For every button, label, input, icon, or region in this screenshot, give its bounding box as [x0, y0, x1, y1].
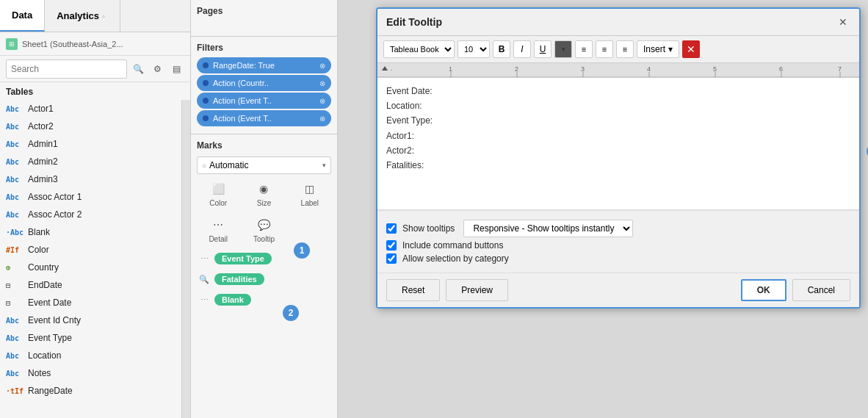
field-list-container: AbcActor1AbcActor2AbcAdmin1AbcAdmin2AbcA…	[0, 100, 190, 418]
search-input[interactable]	[6, 60, 127, 79]
filter-remove-icon[interactable]: ⊗	[319, 79, 325, 87]
field-type-icon: ⊟	[6, 281, 23, 289]
filter-label: RangeDate: True	[213, 61, 275, 70]
filter-remove-icon[interactable]: ⊗	[319, 62, 325, 70]
edit-tooltip-dialog: Edit Tooltip ✕ Tableau Book 10 B I U ▾ ≡…	[376, 7, 861, 309]
filter-remove-icon[interactable]: ⊗	[319, 115, 325, 123]
font-select[interactable]: Tableau Book	[383, 40, 455, 58]
fatalities-pill[interactable]: Fatalities	[214, 273, 264, 285]
field-item[interactable]: AbcNotes	[0, 364, 181, 382]
mark-control-color[interactable]: ⬜ Color	[197, 177, 239, 210]
svg-text:7: 7	[838, 65, 842, 73]
include-command-label[interactable]: Include command buttons	[402, 240, 503, 251]
grid-icon[interactable]: ▤	[168, 61, 184, 77]
italic-button[interactable]: I	[513, 40, 531, 58]
filter-chip[interactable]: Action (Event T..⊗	[197, 110, 331, 126]
field-item[interactable]: ⊕Country	[0, 259, 181, 276]
field-item[interactable]: AbcAssoc Actor 1	[0, 188, 181, 206]
field-name: EndDate	[28, 280, 62, 290]
field-item[interactable]: ⊟Event Date	[0, 294, 181, 311]
tooltip-editor[interactable]: Event Date:Location:Event Type:Actor1:Ac…	[377, 78, 859, 210]
label-label: Label	[301, 199, 319, 207]
tab-analytics[interactable]: Analytics ◦	[45, 0, 120, 32]
filter-chip[interactable]: Action (Event T..⊗	[197, 93, 331, 109]
cancel-button[interactable]: Cancel	[792, 279, 850, 301]
detail-label: Detail	[209, 235, 228, 243]
filter-remove-icon[interactable]: ⊗	[319, 97, 325, 105]
field-item[interactable]: AbcAdmin2	[0, 153, 181, 170]
ok-button[interactable]: OK	[741, 279, 786, 301]
field-item[interactable]: AbcLocation	[0, 347, 181, 364]
align-center-button[interactable]: ≡	[596, 40, 613, 58]
mark-control-label[interactable]: ◫ Label	[289, 177, 331, 210]
dialog-close-button[interactable]: ✕	[836, 15, 850, 29]
field-item[interactable]: AbcActor1	[0, 100, 181, 118]
filters-list: RangeDate: True⊗Action (Countr..⊗Action …	[191, 57, 337, 126]
field-item[interactable]: AbcActor2	[0, 118, 181, 135]
show-tooltips-checkbox[interactable]	[386, 223, 397, 234]
marks-type-dropdown[interactable]: ○ Automatic ▾	[197, 156, 331, 174]
field-name: Actor1	[28, 104, 54, 114]
mark-control-size[interactable]: ◉ Size	[242, 177, 285, 210]
tabs-header: Data Analytics ◦	[0, 0, 190, 32]
tables-label: Tables	[0, 82, 190, 100]
filters-section: Filters RangeDate: True⊗Action (Countr..…	[191, 37, 337, 134]
mark-control-tooltip[interactable]: 💬 Tooltip	[242, 213, 285, 246]
align-left-button[interactable]: ≡	[575, 40, 593, 58]
label-icon: ◫	[301, 180, 319, 198]
filter-dot	[203, 115, 209, 121]
filter-dot	[203, 98, 209, 104]
field-item[interactable]: ·tIfRangeDate	[0, 382, 181, 400]
blank-icon: ⋯	[197, 292, 211, 307]
field-item[interactable]: AbcEvent Type	[0, 329, 181, 347]
ruler-svg: · 1 2 3 4 5 6 7	[377, 63, 859, 78]
field-item[interactable]: #IfColor	[0, 241, 181, 259]
event-type-pill[interactable]: Event Type	[214, 253, 272, 264]
field-type-icon: Abc	[6, 352, 23, 360]
svg-text:6: 6	[779, 65, 783, 73]
field-type-icon: Abc	[6, 317, 23, 325]
field-name: Event Id Cnty	[28, 315, 81, 325]
color-label: Color	[209, 199, 227, 207]
allow-selection-label[interactable]: Allow selection by category	[402, 253, 509, 264]
include-command-checkbox[interactable]	[386, 240, 397, 251]
underline-button[interactable]: U	[534, 40, 551, 58]
field-name: Actor2	[28, 121, 54, 131]
field-item[interactable]: ·AbcBlank	[0, 223, 181, 241]
filter-icon[interactable]: ⚙	[149, 61, 165, 77]
tab-data[interactable]: Data	[0, 0, 45, 32]
field-item[interactable]: AbcEvent Id Cnty	[0, 311, 181, 329]
allow-selection-checkbox[interactable]	[386, 253, 397, 264]
tooltip-mode-select[interactable]: Responsive - Show tooltips instantly	[463, 220, 633, 237]
color-picker-button[interactable]: ▾	[554, 40, 572, 58]
field-name: Admin1	[28, 139, 58, 149]
field-item[interactable]: AbcAdmin1	[0, 135, 181, 153]
insert-button[interactable]: Insert ▾	[637, 40, 679, 58]
svg-text:·: ·	[391, 66, 393, 73]
search-icon[interactable]: 🔍	[130, 61, 146, 77]
filter-chip[interactable]: RangeDate: True⊗	[197, 57, 331, 73]
preview-button[interactable]: Preview	[446, 279, 508, 301]
svg-text:4: 4	[647, 65, 651, 73]
dialog-right-buttons: OK Cancel	[741, 279, 850, 301]
field-item[interactable]: AbcAdmin3	[0, 170, 181, 188]
color-dropdown-arrow: ▾	[562, 46, 565, 53]
show-tooltips-label[interactable]: Show tooltips	[402, 223, 455, 234]
field-item[interactable]: AbcAssoc Actor 2	[0, 206, 181, 223]
svg-text:2: 2	[515, 65, 518, 73]
mark-control-detail[interactable]: ⋯ Detail	[197, 213, 239, 246]
tooltip-row-label: Fatalities:	[386, 159, 445, 173]
tooltip-row-label: Actor2:	[386, 144, 445, 158]
size-select[interactable]: 10	[457, 40, 490, 58]
scrollbar[interactable]	[181, 100, 190, 418]
bold-button[interactable]: B	[493, 40, 510, 58]
align-right-button[interactable]: ≡	[616, 40, 634, 58]
clear-button[interactable]: ✕	[682, 40, 700, 58]
field-name: Blank	[28, 227, 50, 237]
marks-section: Marks ○ Automatic ▾ ⬜ Color ◉ Size ◫ Lab…	[191, 134, 337, 317]
filter-chip[interactable]: Action (Countr..⊗	[197, 75, 331, 91]
event-type-icon: ⋯	[197, 251, 211, 266]
blank-pill[interactable]: Blank	[214, 294, 251, 306]
reset-button[interactable]: Reset	[386, 279, 440, 301]
field-item[interactable]: ⊟EndDate	[0, 276, 181, 294]
